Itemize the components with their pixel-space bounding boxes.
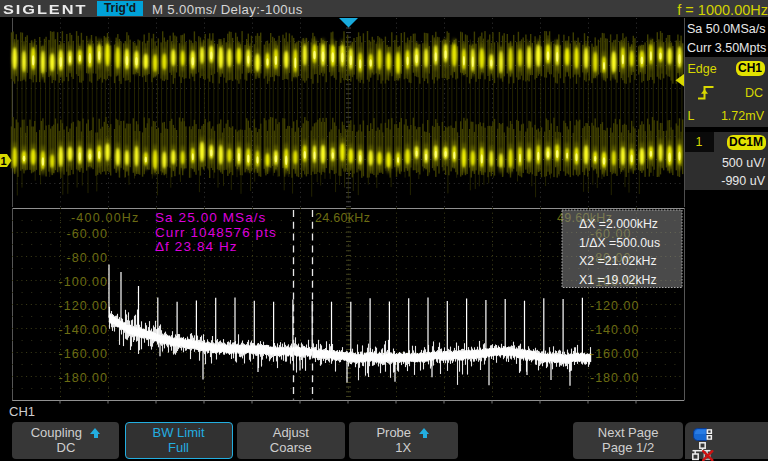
svg-text:-100.00: -100.00 — [59, 275, 108, 289]
svg-text:Curr 1048576 pts: Curr 1048576 pts — [155, 225, 277, 240]
svg-text:X2 =21.02kHz: X2 =21.02kHz — [579, 254, 657, 268]
svg-text:-60.00: -60.00 — [67, 227, 108, 241]
svg-text:ΔX =2.000kHz: ΔX =2.000kHz — [579, 217, 658, 231]
svg-text:1: 1 — [0, 155, 6, 167]
svg-text:-160.00: -160.00 — [59, 347, 108, 361]
svg-text:-180.00: -180.00 — [59, 371, 108, 385]
svg-text:-120.00: -120.00 — [590, 299, 639, 313]
svg-text:Sa 25.00 MSa/s: Sa 25.00 MSa/s — [155, 210, 266, 225]
svg-text:-180.00: -180.00 — [590, 371, 639, 385]
svg-text:Δf 23.84 Hz: Δf 23.84 Hz — [155, 239, 238, 254]
svg-text:-140.00: -140.00 — [590, 323, 639, 337]
svg-text:-140.00: -140.00 — [59, 323, 108, 337]
svg-text:X1 =19.02kHz: X1 =19.02kHz — [579, 273, 657, 287]
svg-text:-160.00: -160.00 — [590, 347, 639, 361]
svg-text:1/ΔX =500.0us: 1/ΔX =500.0us — [579, 236, 660, 250]
svg-text:-120.00: -120.00 — [59, 299, 108, 313]
svg-text:24.60kHz: 24.60kHz — [315, 211, 370, 225]
svg-text:-80.00: -80.00 — [67, 251, 108, 265]
svg-text:-400.00Hz: -400.00Hz — [71, 211, 139, 225]
